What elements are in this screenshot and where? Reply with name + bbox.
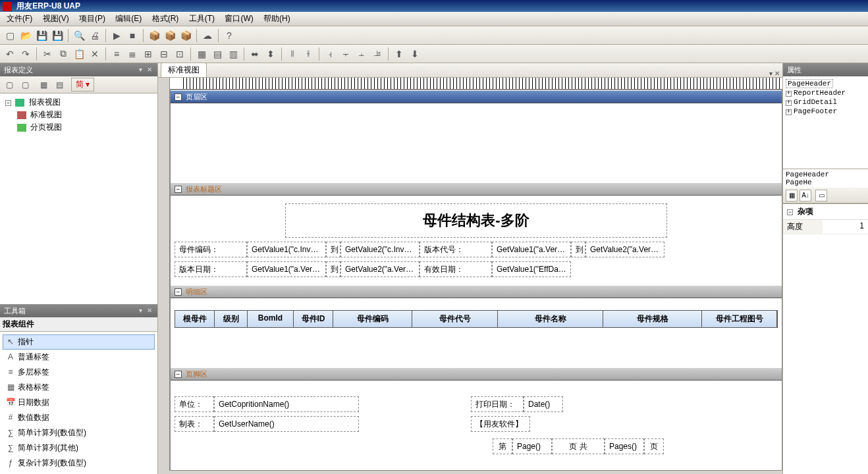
cloud-icon[interactable]: ☁ [200,28,215,43]
lbl-pg2[interactable]: 页 共 [552,438,605,454]
send-back-icon[interactable]: ⬇ [408,47,422,61]
collapse-icon[interactable]: − [175,93,182,101]
grid-header[interactable]: 根母件 级别 BomId 母件ID 母件编码 母件代号 母件名称 母件规格 母件… [175,310,778,328]
col-partcode[interactable]: 母件编码 [333,311,412,327]
band-detail[interactable]: − 明细区 [171,285,782,298]
toolbox-tablabel[interactable]: ▦表格标签 [3,380,155,395]
rd-new2-icon[interactable]: ▢ [18,78,32,92]
play-icon[interactable]: ▶ [109,28,124,43]
size2-icon[interactable]: ⬍ [263,47,278,61]
collapse-icon[interactable]: − [5,100,11,106]
col-root[interactable]: 根母件 [175,311,215,327]
menu-format[interactable]: 格式(R) [148,12,183,26]
lbl-pg1[interactable]: 第 [493,438,512,454]
align1-icon[interactable]: ≡ [109,47,124,61]
al-left-icon[interactable]: ⫞ [323,47,337,61]
save-all-icon[interactable]: 💾 [50,28,65,43]
report-page[interactable]: − 页眉区 − 报表标题区 母件结构表-多阶 母件编码： [170,90,782,471]
rd-simple-dropdown[interactable]: 简 ▾ [71,78,94,92]
band-page-footer[interactable]: − 页脚区 [171,367,782,381]
delete-icon[interactable]: ✕ [88,47,102,61]
tab-standard-view[interactable]: 标准视图 [161,63,207,77]
col-partname[interactable]: 母件名称 [498,311,603,327]
col-level[interactable]: 级别 [215,311,248,327]
al-right-icon[interactable]: ⫠ [354,47,369,61]
report-header-body[interactable]: 母件结构表-多阶 母件编码： GetValue1("c.Inv… 到 GetVa… [171,196,782,285]
report-def-tree[interactable]: − 报表视图 标准视图 分页视图 [0,93,157,304]
collapse-icon[interactable]: − [175,186,182,193]
undo-icon[interactable]: ↶ [3,47,17,61]
val-maker[interactable]: GetUserName() [214,416,359,432]
align3-icon[interactable]: ⊞ [141,47,155,61]
lbl-invcode[interactable]: 母件编码： [175,242,247,257]
open-icon[interactable]: 📂 [18,28,33,43]
toolbox-multilabel[interactable]: ≡多层标签 [3,365,155,380]
grid2-icon[interactable]: ▤ [210,47,225,61]
val-ver1[interactable]: GetValue1("a.Ver… [492,242,571,257]
col-spec[interactable]: 母件规格 [603,311,702,327]
rd-col-icon[interactable]: ▦ [37,78,50,92]
val-unit[interactable]: GetCopritionName() [214,396,359,412]
page-footer-body[interactable]: 单位： GetCopritionName() 打印日期： Date() 制表： … [171,381,782,470]
stop-icon[interactable]: ■ [125,28,140,43]
collapse-icon[interactable]: − [175,371,182,378]
toolbox-pointer[interactable]: ↖指针 [3,334,155,350]
menu-file[interactable]: 文件(F) [3,12,36,26]
preview-icon[interactable]: 🔍 [72,28,86,43]
copy-icon[interactable]: ⧉ [56,47,70,61]
lbl-pg3[interactable]: 页 [644,438,664,454]
tree-root[interactable]: − 报表视图 [3,96,155,109]
menu-project[interactable]: 项目(P) [75,12,109,26]
val-effdate[interactable]: GetValue1("EffDa… [492,261,571,277]
val-page[interactable]: Page() [512,438,552,454]
val-invcode2[interactable]: GetValue2("c.Inv… [340,242,420,257]
menu-tools[interactable]: 工具(T) [185,12,219,26]
panel-pin-icon[interactable]: ▾ ✕ [139,63,153,76]
al-center-icon[interactable]: ⫟ [339,47,353,61]
tree-paged-view[interactable]: 分页视图 [14,121,155,134]
menu-help[interactable]: 帮助(H) [259,12,294,26]
paste-icon[interactable]: 📋 [72,47,86,61]
menu-view[interactable]: 视图(V) [39,12,73,26]
props-tree[interactable]: PageHeader +ReportHeader +GridDetail +Pa… [783,76,868,169]
band-page-header[interactable]: − 页眉区 [171,90,782,103]
rd-ins-icon[interactable]: ▤ [53,78,66,92]
align5-icon[interactable]: ⊡ [173,47,187,61]
tab-close-icon[interactable]: ▾ ✕ [769,70,780,77]
val-pages[interactable]: Pages() [605,438,644,454]
pkg-icon[interactable]: 📦 [147,28,161,43]
pkg3-icon[interactable]: 📦 [178,28,193,43]
props-sort-icon[interactable]: A↓ [800,190,811,201]
print-icon[interactable]: 🖨 [88,28,102,43]
cut-icon[interactable]: ✂ [40,47,55,61]
val-invcode1[interactable]: GetValue1("c.Inv… [247,242,326,257]
tree-standard-view[interactable]: 标准视图 [14,109,155,121]
col-drawing[interactable]: 母件工程图号 [702,311,777,327]
design-surface[interactable]: − 页眉区 − 报表标题区 母件结构表-多阶 母件编码： [158,78,782,474]
grid1-icon[interactable]: ▦ [194,47,209,61]
toolbox-date[interactable]: 📅日期数据 [3,395,155,410]
dist1-icon[interactable]: ⫴ [285,47,300,61]
val-ver2[interactable]: GetValue2("a.Ver… [585,242,665,257]
props-page-icon[interactable]: ▭ [815,190,827,201]
col-partid[interactable]: 母件ID [294,311,333,327]
val-printdate[interactable]: Date() [524,396,563,412]
al-top-icon[interactable]: ⫡ [370,47,385,61]
report-title[interactable]: 母件结构表-多阶 [285,203,667,238]
rd-new-icon[interactable]: ▢ [3,78,16,92]
redo-icon[interactable]: ↷ [18,47,33,61]
new-icon[interactable]: ▢ [3,28,17,43]
dist2-icon[interactable]: ⫲ [301,47,315,61]
lbl-effdate[interactable]: 有效日期： [420,261,492,277]
props-cat-icon[interactable]: ▦ [786,190,798,201]
page-header-body[interactable] [171,103,782,182]
menu-window[interactable]: 窗口(W) [221,12,257,26]
collapse-icon[interactable]: − [787,209,793,215]
toolbox-label[interactable]: A普通标签 [3,350,155,365]
size1-icon[interactable]: ⬌ [248,47,262,61]
toolbox-pin-icon[interactable]: ▾ ✕ [139,304,153,317]
grid3-icon[interactable]: ▥ [226,47,240,61]
collapse-icon[interactable]: − [175,288,182,296]
col-partno[interactable]: 母件代号 [412,311,498,327]
val-verdate1[interactable]: GetValue1("a.Ver… [247,261,326,277]
